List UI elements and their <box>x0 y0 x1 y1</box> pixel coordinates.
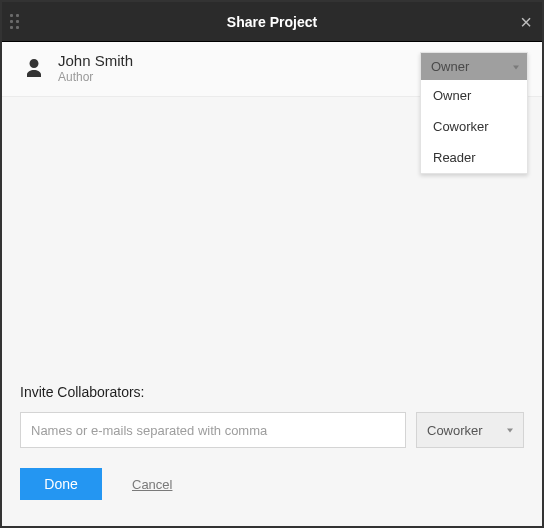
dialog-actions: Done Cancel <box>20 468 524 500</box>
close-icon[interactable]: × <box>520 12 532 32</box>
collaborator-meta: John Smith Author <box>58 52 133 84</box>
invite-role-selected: Coworker <box>427 423 483 438</box>
invite-section: Invite Collaborators: Coworker Done Canc… <box>2 384 542 526</box>
invite-input[interactable] <box>20 412 406 448</box>
permission-option-reader[interactable]: Reader <box>421 142 527 173</box>
permission-option-coworker[interactable]: Coworker <box>421 111 527 142</box>
dialog-title: Share Project <box>227 14 317 30</box>
dialog-content: John Smith Author Owner Owner Coworker R… <box>2 42 542 526</box>
share-project-dialog: Share Project × John Smith Author Owner … <box>0 0 544 528</box>
permission-option-owner[interactable]: Owner <box>421 80 527 111</box>
invite-row: Coworker <box>20 412 524 448</box>
collaborator-name: John Smith <box>58 52 133 69</box>
person-icon <box>22 56 46 80</box>
permission-dropdown[interactable]: Owner Owner Coworker Reader <box>420 52 528 174</box>
cancel-button[interactable]: Cancel <box>132 477 172 492</box>
collaborator-role: Author <box>58 70 133 84</box>
invite-title: Invite Collaborators: <box>20 384 524 400</box>
permission-selected[interactable]: Owner <box>421 53 527 80</box>
invite-role-select[interactable]: Coworker <box>416 412 524 448</box>
done-button[interactable]: Done <box>20 468 102 500</box>
drag-handle-icon[interactable] <box>10 14 20 30</box>
dialog-header: Share Project × <box>2 2 542 42</box>
